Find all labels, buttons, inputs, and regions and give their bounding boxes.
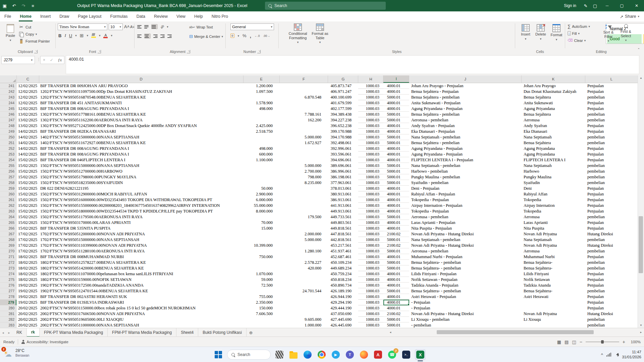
cell-C278[interactable]: 19/02/2025 <box>16 294 39 300</box>
cell-H254[interactable]: 1000.03 <box>358 157 383 163</box>
align-middle-icon[interactable] <box>144 25 149 28</box>
cell-D271[interactable]: BIF TRANSFER DR 008MUHAMMAD NURBI <box>39 254 243 260</box>
cell-E277[interactable] <box>243 288 279 294</box>
cell-D279[interactable]: BIF TRANSFER DR 013SILVIA INDRASWARI <box>39 300 243 305</box>
cell-F274[interactable] <box>279 271 328 277</box>
cell-D256[interactable]: 1502/FTSCY/WS950512700000.00HARBOWO <box>39 169 243 174</box>
cell-F263[interactable] <box>279 208 328 214</box>
row-header-278[interactable]: 278 <box>0 294 16 300</box>
select-all-corner[interactable] <box>0 75 17 83</box>
wrap-text-button[interactable]: ab↩ Wrap Text <box>188 23 214 31</box>
collapse-ribbon-icon[interactable]: ⌃ <box>637 48 640 51</box>
cell-D252[interactable]: BIF TRANSFER DR 008AGUNG PRIYANDANA I <box>39 146 243 152</box>
cell-J262[interactable]: Airpay Internation - Penjualan <box>409 203 522 208</box>
insert-function-icon[interactable]: ƒx <box>58 58 62 63</box>
cell-E267[interactable] <box>243 231 279 237</box>
cell-F253[interactable] <box>279 152 328 157</box>
whatsapp-icon[interactable]: ☎7 <box>387 349 397 360</box>
cell-H243[interactable]: 1000.03 <box>358 95 383 100</box>
cell-H245[interactable]: 1000.03 <box>358 106 383 112</box>
cell-J243[interactable]: Benua Sejahtera - pembelian <box>409 95 522 100</box>
cell-F257[interactable]: 798.000 <box>279 174 328 180</box>
cell-C260[interactable]: 15/02/2025 <box>16 191 39 197</box>
cell-G281[interactable]: 437.050.690 <box>328 311 358 317</box>
cell-I260[interactable]: 4000.01 <box>383 191 409 197</box>
chrome-icon[interactable] <box>316 349 327 360</box>
cell-C259[interactable]: 15/02/2025 <box>16 186 39 191</box>
cell-I247[interactable]: 5000.01 <box>383 117 409 123</box>
cell-K263[interactable]: Tokopedia <box>522 208 585 214</box>
taskbar-search[interactable]: Search <box>227 350 271 360</box>
cell-D264[interactable]: 1502/FTSCY/WS95051179500.00AERONUSA INTI… <box>39 214 243 220</box>
cell-L248[interactable]: Penjualan <box>585 123 638 129</box>
column-header-E[interactable]: E <box>244 75 280 83</box>
cell-F265[interactable] <box>279 220 328 226</box>
cell-E270[interactable] <box>243 248 279 254</box>
start-button[interactable] <box>213 349 224 360</box>
cell-G275[interactable]: 450.818.234 <box>328 277 358 283</box>
cell-L245[interactable]: Penjualan <box>585 106 638 112</box>
undo-icon[interactable]: ↶ <box>9 0 19 11</box>
cell-I249[interactable]: 4000.01 <box>383 129 409 134</box>
cell-H280[interactable]: 1000.03 <box>358 305 383 311</box>
tray-chevron-icon[interactable]: ^ <box>601 352 603 357</box>
cell-I254[interactable]: 4000.01 <box>383 157 409 163</box>
cell-H262[interactable]: 1000.03 <box>358 203 383 208</box>
cell-D280[interactable]: 2002/FTSCY/WS95031150000.00box robak pol… <box>39 305 243 311</box>
row-header-276[interactable]: 276 <box>0 283 16 288</box>
cell-K271[interactable]: Muhammad Nurbi <box>522 254 585 260</box>
cell-H281[interactable]: 1000.03 <box>358 311 383 317</box>
dark-app-icon[interactable]: >_ <box>401 349 412 360</box>
cell-I277[interactable]: 5000.01 <box>383 288 409 294</box>
cell-D277[interactable]: 1902/FTSCY/WS9505124701544.00BENUA SEJAH… <box>39 288 243 294</box>
cell-J251[interactable]: Benua Sejahtera - pembelian <box>409 140 522 146</box>
format-cells-button[interactable]: Format▾ <box>547 23 566 43</box>
cell-K260[interactable]: Rabiyul Affan <box>522 191 585 197</box>
accounting-format-icon[interactable]: ¤ <box>230 34 234 38</box>
cell-C257[interactable]: 15/02/2025 <box>16 174 39 180</box>
cell-D270[interactable]: 1702/FTSCY/WS950511280100.00AERONUSA INT… <box>39 248 243 254</box>
format-as-table-button[interactable]: Format as Table▾ <box>310 22 330 46</box>
cell-D276[interactable]: 1902/FTSCY/WS9503172500.00nandaTADZKIA A… <box>39 283 243 288</box>
cell-K272[interactable]: Benua Sejahtera- <box>522 260 585 265</box>
cell-L265[interactable]: Penjualan <box>585 220 638 226</box>
cell-E251[interactable] <box>243 140 279 146</box>
cell-J266[interactable]: Nita Puspita - Penjualan <box>409 226 522 231</box>
volume-icon[interactable] <box>614 353 619 356</box>
cell-E263[interactable]: 8.000.000 <box>243 208 279 214</box>
cell-D263[interactable]: 1502/FTSCY/WS950518000000.00WD323544534 … <box>39 208 243 214</box>
row-header-245[interactable]: 245 <box>0 106 16 112</box>
cell-E275[interactable]: 59.000 <box>243 277 279 283</box>
cell-C282[interactable]: 20/02/2025 <box>16 317 39 322</box>
cell-C255[interactable]: 15/02/2025 <box>16 163 39 169</box>
cell-J241[interactable]: Johan Aru Prayogo - Penjualan <box>409 83 522 89</box>
cell-H265[interactable]: 1000.03 <box>358 220 383 226</box>
cell-C274[interactable]: 18/02/2025 <box>16 271 39 277</box>
cell-K243[interactable]: Benua Sejahtera <box>522 95 585 100</box>
cell-E281[interactable]: 7.606.500 <box>243 311 279 317</box>
cell-D262[interactable]: 1502/FTSCY/WS9505155000000.00200008203_1… <box>39 203 243 208</box>
cell-E248[interactable]: 2.425.000 <box>243 123 279 129</box>
cell-L264[interactable]: pembelian <box>585 214 638 220</box>
cell-F242[interactable] <box>279 89 328 95</box>
fill-color-icon[interactable] <box>91 33 96 38</box>
hscroll-right-icon[interactable]: ▸ <box>638 328 644 336</box>
cell-G255[interactable]: 389.696.061 <box>328 163 358 169</box>
cell-C252[interactable]: 14/02/2025 <box>16 146 39 152</box>
cell-I276[interactable]: 4000.01 <box>383 283 409 288</box>
cell-C279[interactable]: 19/02/2025 <box>16 300 39 305</box>
tab-draw[interactable]: Draw <box>55 11 73 21</box>
cell-G247[interactable]: 394.227.238 <box>328 117 358 123</box>
number-dialog-launcher[interactable]: ↘ <box>257 50 261 53</box>
insert-cells-button[interactable]: Insert▾ <box>517 23 534 42</box>
cell-I242[interactable]: 4000.01 <box>383 89 409 95</box>
cell-J258[interactable]: Syaifudin - pembelian <box>409 180 522 186</box>
cell-F266[interactable] <box>279 226 328 231</box>
cell-K262[interactable]: Airpay Internation <box>522 203 585 208</box>
cell-F280[interactable] <box>279 305 328 311</box>
row-header-274[interactable]: 274 <box>0 271 16 277</box>
cell-H241[interactable]: 1000.03 <box>358 83 383 89</box>
cell-E274[interactable]: 1.070.000 <box>243 271 279 277</box>
column-header-K[interactable]: K <box>522 75 585 83</box>
row-header-273[interactable]: 273 <box>0 265 16 271</box>
